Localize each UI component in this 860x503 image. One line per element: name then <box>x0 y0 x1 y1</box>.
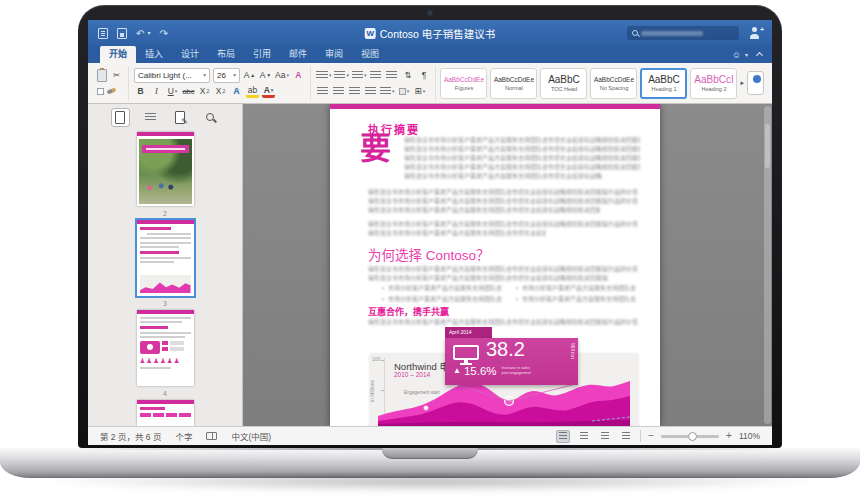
text-effects-button[interactable]: A <box>230 84 243 98</box>
undo-caret-icon[interactable]: ▾ <box>147 28 150 39</box>
align-right-button[interactable] <box>348 84 361 98</box>
up-arrow-icon: ▲ <box>453 366 461 376</box>
style-heading-2[interactable]: AaBbCcIHeading 2 <box>690 68 737 99</box>
caret-down-icon: ▾ <box>233 72 236 78</box>
borders-button[interactable]: ⊞▾ <box>413 84 426 98</box>
body-text-blurred: 销售建议书市场分析客户需求产品方案服务支持团队合作增长业绩目标战略规划投资回报提… <box>404 145 640 154</box>
font-size-select[interactable]: 26 ▾ <box>213 68 240 83</box>
underline-button[interactable]: U▾ <box>166 84 179 98</box>
strikethrough-button[interactable]: abc <box>182 84 195 98</box>
callout-delta: 15.6% <box>464 365 497 377</box>
view-draft-button[interactable] <box>619 430 633 443</box>
cut-button[interactable]: ✂ <box>110 68 123 82</box>
body-text-blurred: 销售建议书市场分析客户需求产品方案服务支持团队合作增长业绩目标战略规划投资回报提… <box>368 318 638 327</box>
tab-view[interactable]: 视图 <box>352 46 388 63</box>
sidebar-tab-review[interactable] <box>171 108 190 127</box>
page-thumbnail-2[interactable] <box>137 220 194 296</box>
zoom-level[interactable]: 110% <box>739 431 760 441</box>
new-document-icon[interactable] <box>98 28 108 39</box>
share-icon[interactable]: + <box>749 27 762 39</box>
justify-button[interactable] <box>364 84 377 98</box>
style-toc-head[interactable]: AaBbCTOC Head <box>540 68 587 99</box>
feedback-smiley-icon[interactable]: ☺ <box>732 50 741 60</box>
change-case-button[interactable]: Aa▾ <box>275 68 289 82</box>
superscript-button[interactable]: X2 <box>214 84 227 98</box>
italic-button[interactable]: I <box>150 84 163 98</box>
zoom-slider-knob[interactable] <box>688 432 697 441</box>
document-scrollbar[interactable] <box>764 106 771 424</box>
feedback-caret-icon[interactable]: ▾ <box>745 51 748 58</box>
tab-insert[interactable]: 插入 <box>136 46 172 63</box>
bold-button[interactable]: B <box>134 84 147 98</box>
style-normal[interactable]: AaBbCcDdEeNormal <box>490 68 537 99</box>
laptop-lid-notch <box>382 448 478 459</box>
language-indicator[interactable]: 中文(中国) <box>231 430 271 442</box>
tab-review[interactable]: 审阅 <box>316 46 352 63</box>
tab-layout[interactable]: 布局 <box>208 46 244 63</box>
align-left-button[interactable] <box>316 84 329 98</box>
numbered-list-button[interactable]: ▾ <box>334 68 349 82</box>
multilevel-list-icon <box>352 71 363 80</box>
format-painter-button[interactable] <box>107 88 117 95</box>
save-icon[interactable] <box>117 28 127 39</box>
bullet-list-button[interactable]: ▾ <box>316 68 332 82</box>
align-center-button[interactable] <box>332 84 345 98</box>
multilevel-list-button[interactable]: ▾ <box>352 68 367 82</box>
redo-icon[interactable]: ↷ <box>159 28 167 39</box>
proofing-icon[interactable] <box>206 432 217 440</box>
sidebar-tab-thumbnails[interactable] <box>111 108 130 127</box>
body-text-blurred: 销售建议书市场分析客户需求产品方案服务支持团队合作增长业绩目标战略规划投资回报提… <box>368 265 638 274</box>
page-edit-icon <box>175 111 185 124</box>
zoom-slider[interactable] <box>661 435 719 438</box>
decrease-indent-button[interactable] <box>369 68 382 82</box>
styles-more-icon[interactable]: ▸ <box>740 79 744 87</box>
search-input[interactable] <box>627 26 739 40</box>
body-text-blurred: 销售建议书市场分析客户需求产品方案服务支持团队合作增长业绩目标战略规划投资回报提… <box>368 274 608 283</box>
tab-home[interactable]: 开始 <box>100 46 136 63</box>
copy-button[interactable] <box>97 88 104 95</box>
tab-references[interactable]: 引用 <box>244 46 280 63</box>
thumb-table-header <box>140 413 191 417</box>
callout-value: 38.2 <box>486 338 525 361</box>
view-web-layout-button[interactable] <box>577 430 591 443</box>
scrollbar-thumb[interactable] <box>765 124 770 168</box>
document-page[interactable]: 执行摘要 要 销售建议书市场分析客户需求产品方案服务支持团队合作增长业绩目标战略… <box>330 104 660 426</box>
collapse-ribbon-icon[interactable] <box>756 52 763 59</box>
page-thumbnail-4[interactable] <box>137 400 194 426</box>
body-text-blurred: 销售建议书市场分析客户需求产品方案服务支持团队合作增长业绩目标战略规划投资回报提… <box>404 136 640 145</box>
word-count[interactable]: 个字 <box>175 430 192 442</box>
style-figures[interactable]: AaBbCcDdEeFigures <box>440 68 487 99</box>
style-heading-1[interactable]: AaBbCHeading 1 <box>640 68 687 99</box>
document-canvas[interactable]: 执行摘要 要 销售建议书市场分析客户需求产品方案服务支持团队合作增长业绩目标战略… <box>243 104 772 426</box>
view-print-layout-button[interactable] <box>556 430 570 443</box>
zoom-out-button[interactable]: − <box>648 431 654 441</box>
grow-font-button[interactable]: A▲ <box>243 68 256 82</box>
clear-formatting-button[interactable]: A <box>292 68 305 82</box>
sort-button[interactable]: ⇅ <box>401 68 414 82</box>
line-spacing-button[interactable]: ▾ <box>380 84 395 98</box>
body-text-blurred: 销售建议书市场分析客户需求产品方案服务支持团队合作增长业绩目标战略规划投资回报提… <box>368 206 600 215</box>
tab-mailings[interactable]: 邮件 <box>280 46 316 63</box>
shading-button[interactable]: ▾ <box>397 84 410 98</box>
tab-design[interactable]: 设计 <box>172 46 208 63</box>
font-name-select[interactable]: Calibri Light (... ▾ <box>134 68 210 83</box>
page-indicator[interactable]: 第 2 页，共 6 页 <box>100 430 161 442</box>
highlight-button[interactable]: ab <box>246 84 259 98</box>
zoom-in-button[interactable]: + <box>726 431 732 441</box>
undo-icon[interactable]: ↶ <box>136 28 144 39</box>
outline-view-icon <box>601 432 609 440</box>
shrink-font-button[interactable]: A▼ <box>259 68 272 82</box>
sidebar-tab-search[interactable] <box>201 108 220 127</box>
sidebar-tab-outline[interactable] <box>141 108 160 127</box>
page-thumbnail-3[interactable]: ♟♟♟♟♟♟ <box>137 310 194 386</box>
paste-button[interactable] <box>97 69 107 82</box>
styles-pane-button[interactable] <box>747 71 764 95</box>
page-thumbnail-1[interactable] <box>137 132 194 206</box>
font-color-button[interactable]: A▾ <box>262 84 275 98</box>
bullet-list-right: 市场分析客户需求产品方案服务支持团队合作 市场分析客户需求产品方案服务支持团队合… <box>516 284 636 303</box>
style-no-spacing[interactable]: AaBbCcDdEeNo Spacing <box>590 68 637 99</box>
increase-indent-button[interactable] <box>385 68 398 82</box>
view-outline-button[interactable] <box>598 430 612 443</box>
subscript-button[interactable]: X2 <box>198 84 211 98</box>
show-marks-button[interactable]: ¶ <box>417 68 430 82</box>
